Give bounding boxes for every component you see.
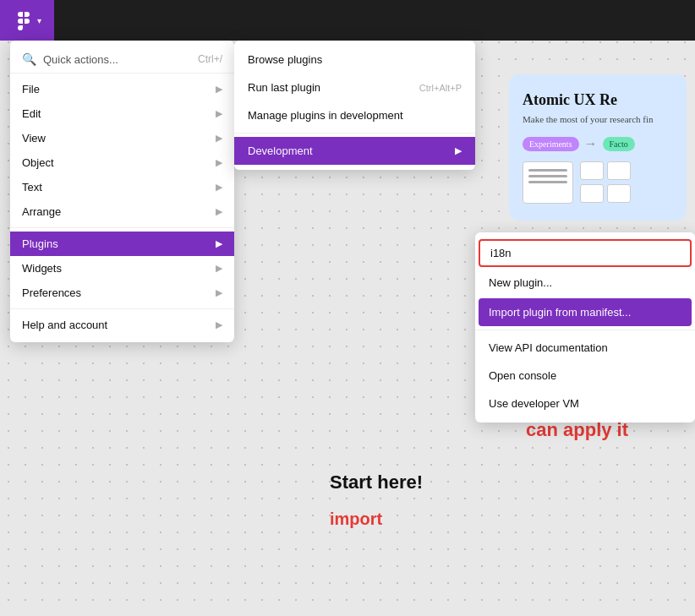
menu-item-arrange-arrow: ▶: [216, 206, 222, 217]
plugins-manage[interactable]: Manage plugins in development: [234, 101, 475, 129]
grid-cell-2: [607, 161, 631, 180]
menu-item-arrange[interactable]: Arrange ▶: [10, 199, 234, 224]
menu-item-file-arrow: ▶: [216, 84, 222, 95]
menu-item-plugins-label: Plugins: [22, 237, 58, 250]
main-menu: 🔍 Quick actions... Ctrl+/ File ▶ Edit ▶ …: [10, 41, 234, 342]
dev-import-plugin-label: Import plugin from manifest...: [489, 306, 631, 319]
figma-logo-button[interactable]: ▾: [0, 0, 54, 41]
menu-item-help[interactable]: Help and account ▶: [10, 313, 234, 337]
menu-item-widgets[interactable]: Widgets ▶: [10, 256, 234, 281]
menu-item-view-arrow: ▶: [216, 133, 222, 144]
plugins-development-arrow: ▶: [455, 145, 462, 156]
annotation-import: import: [330, 510, 382, 529]
dev-vm[interactable]: Use developer VM: [475, 390, 695, 417]
menu-item-view[interactable]: View ▶: [10, 126, 234, 150]
dev-new-plugin-label: New plugin...: [489, 276, 552, 289]
figma-logo-icon: [14, 10, 34, 30]
menu-item-plugins-arrow: ▶: [216, 238, 222, 249]
box-line-3: [528, 181, 567, 183]
grid-cell-4: [607, 184, 631, 203]
grid-cell-1: [580, 161, 604, 180]
dev-console[interactable]: Open console: [475, 362, 695, 390]
dev-submenu: i18n New plugin... Import plugin from ma…: [475, 232, 695, 422]
plugins-submenu: Browse plugins Run last plugin Ctrl+Alt+…: [234, 41, 475, 170]
menu-item-arrange-label: Arrange: [22, 205, 61, 218]
menu-item-preferences[interactable]: Preferences ▶: [10, 281, 234, 305]
menu-item-preferences-label: Preferences: [22, 286, 81, 299]
quick-actions-shortcut: Ctrl+/: [198, 53, 222, 65]
menu-item-plugins[interactable]: Plugins ▶: [10, 232, 234, 256]
quick-actions-label: Quick actions...: [43, 53, 191, 66]
menu-item-text[interactable]: Text ▶: [10, 175, 234, 199]
menu-item-preferences-arrow: ▶: [216, 287, 222, 298]
menu-divider-1: [10, 227, 234, 228]
card-box-grid: [580, 161, 631, 204]
grid-cell-3: [580, 184, 604, 203]
menu-item-widgets-arrow: ▶: [216, 263, 222, 274]
dev-api-docs[interactable]: View API documentation: [475, 334, 695, 362]
card-title: Atomic UX Re: [523, 91, 673, 109]
card-flow: Experiments → Facto: [523, 136, 673, 151]
menu-item-object-label: Object: [22, 156, 54, 169]
menu-item-object[interactable]: Object ▶: [10, 150, 234, 175]
menu-item-text-label: Text: [22, 181, 42, 194]
facto-chip: Facto: [603, 137, 635, 151]
quick-actions-bar[interactable]: 🔍 Quick actions... Ctrl+/: [10, 46, 234, 74]
toolbar: ▾: [0, 0, 695, 41]
search-icon: 🔍: [22, 52, 36, 66]
menu-item-text-arrow: ▶: [216, 182, 222, 193]
plugins-manage-label: Manage plugins in development: [248, 109, 403, 122]
plugins-run-last-shortcut: Ctrl+Alt+P: [419, 83, 462, 93]
dev-i18n[interactable]: i18n: [479, 239, 692, 267]
menu-item-widgets-label: Widgets: [22, 262, 62, 275]
menu-item-edit[interactable]: Edit ▶: [10, 101, 234, 126]
plugins-development-label: Development: [248, 144, 313, 157]
dev-submenu-divider: [475, 330, 695, 330]
menu-item-file[interactable]: File ▶: [10, 77, 234, 101]
dev-api-docs-label: View API documentation: [489, 341, 608, 354]
chevron-down-icon: ▾: [37, 16, 41, 25]
plugins-run-last-label: Run last plugin: [248, 81, 320, 94]
menu-item-help-arrow: ▶: [216, 319, 222, 330]
experiments-chip: Experiments: [523, 137, 579, 151]
dev-i18n-label: i18n: [490, 247, 512, 259]
plugins-browse[interactable]: Browse plugins: [234, 46, 475, 74]
plugins-submenu-divider: [234, 133, 475, 134]
box-line-1: [528, 169, 567, 172]
dev-vm-label: Use developer VM: [489, 397, 579, 410]
plugins-development[interactable]: Development ▶: [234, 137, 475, 165]
menu-item-object-arrow: ▶: [216, 157, 222, 168]
menu-item-edit-label: Edit: [22, 107, 41, 120]
menu-item-view-label: View: [22, 132, 46, 144]
figma-promo-card: Atomic UX Re Make the most of your resea…: [509, 74, 687, 221]
plugins-run-last[interactable]: Run last plugin Ctrl+Alt+P: [234, 74, 475, 101]
card-boxes: [523, 161, 673, 204]
card-subtitle: Make the most of your research fin: [523, 114, 673, 124]
dev-new-plugin[interactable]: New plugin...: [475, 269, 695, 297]
box-line-2: [528, 175, 567, 177]
menu-divider-2: [10, 308, 234, 309]
plugins-browse-label: Browse plugins: [248, 53, 322, 66]
annotation-start-here: Start here!: [330, 472, 423, 493]
dev-import-plugin[interactable]: Import plugin from manifest...: [479, 298, 692, 326]
menu-item-edit-arrow: ▶: [216, 108, 222, 119]
card-box-lines: [523, 161, 573, 204]
menu-item-help-label: Help and account: [22, 319, 107, 331]
flow-arrow-icon: →: [584, 136, 598, 151]
menu-item-file-label: File: [22, 83, 40, 95]
dev-console-label: Open console: [489, 369, 556, 382]
